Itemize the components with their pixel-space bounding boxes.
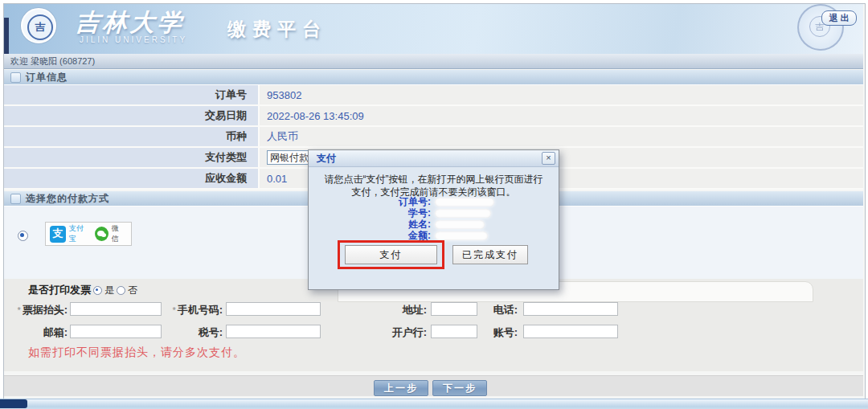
order-section-title: 订单信息: [26, 71, 68, 84]
mobile-label: *手机号码:: [157, 303, 223, 317]
phone-label: 电话:: [479, 303, 518, 317]
required-mark: *: [17, 305, 20, 315]
footer-accent-block: [0, 399, 27, 408]
wechat-label: 微 信: [112, 223, 127, 244]
pay-button[interactable]: 支付: [345, 245, 437, 264]
email-input[interactable]: [70, 325, 162, 338]
order-number-label: 订单号: [215, 88, 247, 102]
modal-title: 支付: [317, 152, 542, 166]
invoice-title-label: *票据抬头:: [6, 303, 68, 317]
section-icon: [10, 72, 21, 83]
tax-id-input[interactable]: [226, 325, 321, 338]
close-icon[interactable]: ×: [542, 152, 555, 165]
payment-section-title: 选择您的付款方式: [26, 192, 109, 206]
payment-option-radio[interactable]: [18, 231, 28, 241]
modal-name-value-redacted: [435, 220, 485, 229]
university-name-en: JILIN UNIVERSITY: [80, 35, 187, 44]
alipay-label: 支付宝: [69, 223, 89, 244]
order-number-value: 953802: [267, 89, 301, 101]
table-row-order-number: 订单号 953802: [4, 85, 863, 106]
bank-label: 开户行:: [374, 325, 427, 340]
modal-order-number-value-redacted: [435, 198, 494, 207]
order-section-header: 订单信息: [4, 70, 863, 85]
print-no-label: 否: [128, 284, 137, 297]
print-no-radio[interactable]: [117, 286, 125, 295]
section-icon: [10, 194, 21, 204]
modal-field-amount: 金额:: [309, 230, 559, 241]
welcome-bar: 欢迎 梁晓阳 (608727): [4, 54, 863, 69]
email-label: 邮箱:: [6, 325, 68, 340]
logout-button[interactable]: 退 出: [821, 10, 857, 26]
modal-titlebar: 支付 ×: [309, 150, 559, 167]
payment-option-alipay-wechat[interactable]: 支 支付宝 微 信: [45, 222, 132, 246]
payment-done-button[interactable]: 已完成支付: [452, 245, 528, 264]
alipay-icon: 支: [50, 226, 66, 243]
table-row-currency: 币种 人民币: [4, 127, 863, 148]
welcome-text: 欢迎 梁晓阳 (608727): [4, 55, 95, 67]
address-input[interactable]: [431, 302, 477, 316]
phone-input[interactable]: [523, 302, 618, 316]
bank-input[interactable]: [431, 325, 477, 338]
multi-invoice-warning: 如需打印不同票据抬头，请分多次支付。: [28, 346, 245, 360]
footer-bar: [0, 399, 868, 409]
university-emblem-icon: 吉: [27, 14, 53, 40]
next-step-button[interactable]: 下一步: [432, 380, 487, 396]
account-label: 账号:: [479, 325, 518, 340]
trade-date-label: 交易日期: [205, 108, 247, 123]
amount-label: 应收金额: [205, 171, 247, 186]
required-mark: *: [172, 305, 175, 315]
pay-type-label: 支付类型: [205, 150, 247, 165]
mobile-input[interactable]: [226, 302, 321, 316]
print-yes-radio[interactable]: [93, 286, 102, 295]
currency-label: 币种: [226, 129, 247, 144]
modal-amount-value-redacted: [435, 231, 488, 240]
print-yes-label: 是: [104, 284, 114, 297]
print-invoice-row: 是否打印发票 是 否: [28, 283, 137, 297]
red-highlight-box: 支付: [338, 240, 444, 269]
university-logo: 吉: [21, 8, 56, 43]
table-row-trade-date: 交易日期 2022-08-26 13:45:09: [4, 106, 863, 127]
prev-step-button[interactable]: 上一步: [374, 380, 428, 396]
payment-modal: 支付 × 请您点击“支付”按钮，在新打开的网上银行页面进行支付，支付完成前请不要…: [308, 149, 559, 290]
address-label: 地址:: [374, 303, 427, 317]
pay-type-selected-value: 网银付款: [270, 151, 309, 165]
print-invoice-label: 是否打印发票: [28, 283, 91, 297]
wechat-icon: [95, 227, 108, 241]
invoice-title-input[interactable]: [70, 302, 162, 316]
amount-value: 0.01: [267, 173, 287, 185]
currency-value: 人民币: [267, 129, 298, 144]
university-name-cn: 吉林大学: [75, 6, 186, 39]
trade-date-value: 2022-08-26 13:45:09: [267, 110, 364, 122]
account-input[interactable]: [523, 325, 618, 338]
modal-student-id-value-redacted: [435, 209, 491, 218]
page-title: 缴费平台: [227, 17, 327, 42]
tax-id-label: 税号:: [157, 325, 223, 340]
